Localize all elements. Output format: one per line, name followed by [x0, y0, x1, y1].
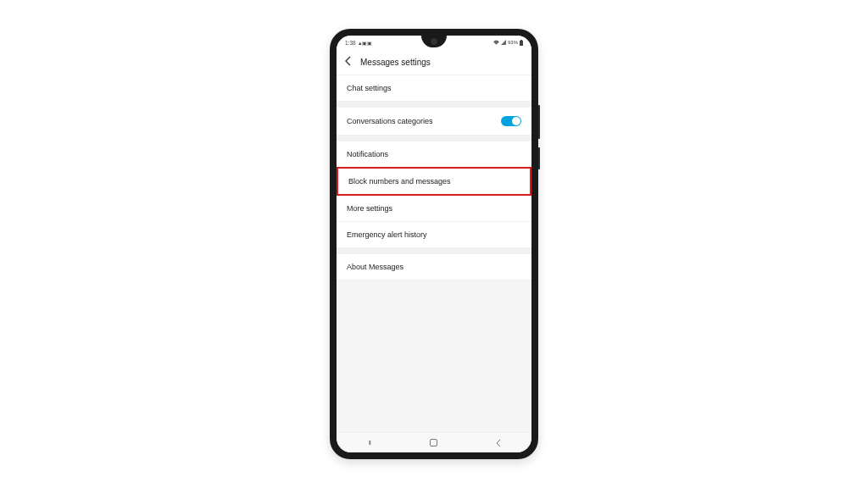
nav-recent-button[interactable]: I I I [352, 439, 386, 446]
toggle-switch[interactable] [501, 116, 521, 126]
divider [337, 101, 531, 108]
row-label: About Messages [347, 263, 403, 271]
status-time: 1:38 [345, 40, 356, 46]
divider [337, 280, 531, 280]
side-button [538, 147, 540, 169]
wifi-icon [493, 40, 499, 45]
row-label: Notifications [347, 150, 388, 158]
settings-list: Chat settings Conversations categories N… [337, 75, 531, 280]
chevron-left-icon [496, 439, 502, 447]
page-title: Messages settings [360, 58, 431, 67]
battery-pct: 93% [508, 40, 518, 45]
phone-frame: 1:38 ▲▣▣ 93% Messages settings Chat sett… [330, 29, 538, 459]
battery-icon [520, 40, 523, 46]
row-label: Conversations categories [347, 117, 433, 125]
row-label: Emergency alert history [347, 230, 427, 239]
svg-rect-1 [520, 41, 523, 46]
signal-icon [501, 40, 506, 45]
row-chat-settings[interactable]: Chat settings [337, 75, 531, 101]
row-notifications[interactable]: Notifications [337, 141, 531, 167]
divider [337, 135, 531, 141]
nav-back-button[interactable] [482, 439, 516, 447]
svg-rect-0 [520, 40, 522, 41]
home-icon [430, 439, 437, 446]
nav-home-button[interactable] [417, 439, 451, 446]
divider [337, 247, 531, 254]
phone-screen: 1:38 ▲▣▣ 93% Messages settings Chat sett… [337, 36, 531, 452]
row-label: More settings [347, 204, 392, 213]
row-more-settings[interactable]: More settings [337, 196, 531, 221]
side-button [538, 105, 540, 139]
header: Messages settings [337, 49, 531, 75]
row-emergency-alert[interactable]: Emergency alert history [337, 222, 531, 247]
row-conversations-categories[interactable]: Conversations categories [337, 108, 531, 135]
back-button[interactable] [345, 56, 352, 68]
row-about-messages[interactable]: About Messages [337, 254, 531, 280]
nav-bar: I I I [337, 432, 531, 452]
row-block-numbers[interactable]: Block numbers and messages [337, 167, 531, 196]
row-label: Chat settings [347, 84, 392, 92]
status-left-icons: ▲▣▣ [358, 40, 371, 46]
chevron-left-icon [345, 56, 352, 66]
row-label: Block numbers and messages [348, 177, 451, 186]
